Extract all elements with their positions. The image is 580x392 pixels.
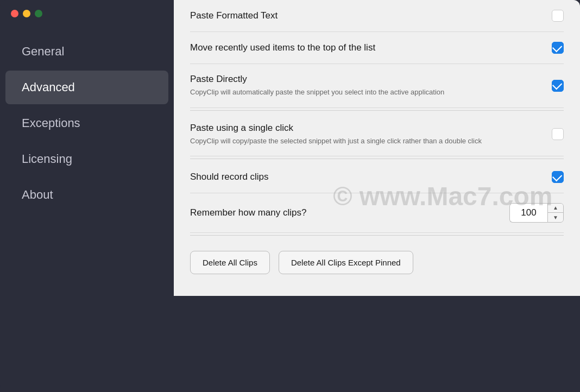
- main-wrapper: © www.Mac7.com Paste Formatted Text Move…: [174, 0, 580, 392]
- setting-text-block: Paste Directly CopyClip will automatical…: [190, 74, 541, 98]
- setting-paste-single-click: Paste using a single click CopyClip will…: [190, 113, 564, 157]
- should-record-clips-checkbox[interactable]: [552, 171, 564, 183]
- divider: [190, 110, 564, 111]
- stepper-down-button[interactable]: ▼: [548, 213, 563, 222]
- stepper-up-button[interactable]: ▲: [548, 204, 563, 213]
- setting-label: Move recently used items to the top of t…: [190, 42, 541, 53]
- sidebar-item-exceptions[interactable]: Exceptions: [5, 106, 168, 140]
- delete-all-clips-button[interactable]: Delete All Clips: [190, 251, 270, 274]
- sidebar-item-licensing[interactable]: Licensing: [5, 142, 168, 176]
- minimize-button[interactable]: [23, 10, 30, 17]
- paste-directly-checkbox[interactable]: [552, 80, 564, 92]
- setting-description: CopyClip will automatically paste the sn…: [190, 87, 541, 98]
- setting-text-block: Should record clips: [190, 172, 541, 182]
- bottom-buttons: Delete All Clips Delete All Clips Except…: [190, 238, 564, 280]
- sidebar-item-general[interactable]: General: [5, 35, 168, 68]
- setting-text-block: Paste using a single click CopyClip will…: [190, 123, 541, 147]
- stepper-wrapper: ▲ ▼: [509, 203, 564, 223]
- setting-label: Should record clips: [190, 172, 541, 182]
- setting-paste-directly: Paste Directly CopyClip will automatical…: [190, 64, 564, 108]
- setting-description: CopyClip will copy/paste the selected sn…: [190, 136, 541, 147]
- setting-should-record-clips: Should record clips: [190, 161, 564, 193]
- move-recently-used-checkbox[interactable]: [552, 42, 564, 54]
- paste-single-click-checkbox[interactable]: [552, 128, 564, 140]
- clips-count-input[interactable]: [509, 203, 547, 223]
- traffic-lights: [0, 0, 174, 28]
- maximize-button[interactable]: [35, 10, 42, 17]
- setting-text-block: Move recently used items to the top of t…: [190, 42, 541, 53]
- stepper-buttons: ▲ ▼: [547, 203, 564, 223]
- close-button[interactable]: [11, 10, 18, 17]
- sidebar-item-about[interactable]: About: [5, 178, 168, 212]
- divider-3: [190, 235, 564, 236]
- setting-text-block: Paste Formatted Text: [190, 10, 541, 21]
- setting-label: Paste Directly: [190, 74, 541, 85]
- setting-remember-clips: Remember how many clips? ▲ ▼: [190, 193, 564, 233]
- setting-label: Paste using a single click: [190, 123, 541, 134]
- divider-2: [190, 159, 564, 159]
- main-content: Paste Formatted Text Move recently used …: [174, 0, 580, 296]
- setting-text-block: Remember how many clips?: [190, 207, 499, 218]
- setting-move-recently-used: Move recently used items to the top of t…: [190, 32, 564, 64]
- setting-label: Remember how many clips?: [190, 207, 499, 218]
- paste-formatted-text-checkbox[interactable]: [552, 10, 564, 22]
- setting-paste-formatted-text: Paste Formatted Text: [190, 0, 564, 32]
- setting-label: Paste Formatted Text: [190, 10, 541, 21]
- sidebar: General Advanced Exceptions Licensing Ab…: [0, 0, 174, 392]
- navigation: General Advanced Exceptions Licensing Ab…: [0, 28, 174, 218]
- sidebar-item-advanced[interactable]: Advanced: [5, 71, 168, 104]
- delete-all-clips-except-pinned-button[interactable]: Delete All Clips Except Pinned: [279, 251, 413, 274]
